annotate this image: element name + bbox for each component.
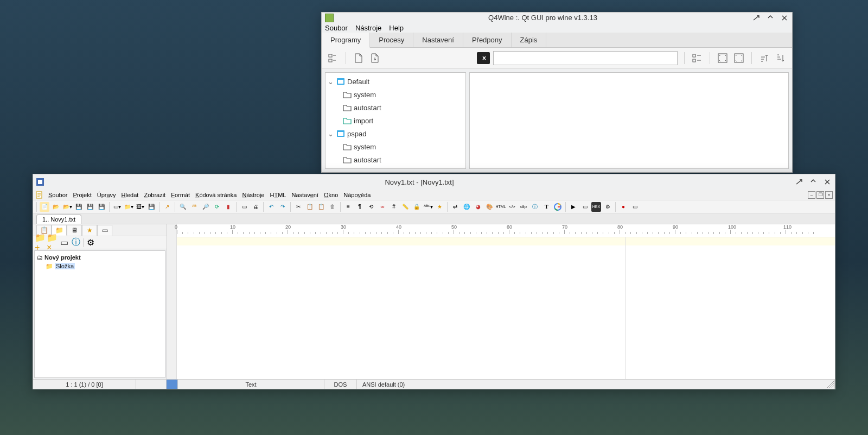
compare-icon[interactable]: ⇄	[450, 202, 460, 212]
menu-html[interactable]: HTML	[270, 192, 286, 198]
tree-node-autostart[interactable]: autostart	[343, 153, 464, 166]
q4wine-titlebar[interactable]: Q4Wine :. Qt GUI pro wine v1.3.13	[322, 12, 792, 23]
redo-icon[interactable]: ↷	[278, 202, 288, 212]
file-tab-novy1[interactable]: 1.. Novy1.txt	[36, 215, 81, 224]
cut-icon[interactable]: ✂	[293, 202, 303, 212]
wrap-icon[interactable]: ⟲	[366, 202, 376, 212]
syntax-icon[interactable]: ∞	[378, 202, 387, 212]
tab-zapis[interactable]: Zápis	[512, 33, 547, 47]
folder-icon[interactable]: 📁▾	[124, 202, 133, 212]
zoom-out-icon[interactable]	[733, 52, 745, 64]
del-folder-icon[interactable]: 📁×	[47, 238, 57, 248]
menu-napoveda[interactable]: Nápověda	[343, 192, 371, 198]
ruler-icon[interactable]: 📏	[400, 202, 410, 212]
tab-procesy[interactable]: Procesy	[370, 33, 413, 47]
menu-okno[interactable]: Okno	[324, 192, 338, 198]
palette-icon[interactable]: 🎨	[484, 202, 494, 212]
project-root[interactable]: 🗂 Nový projekt	[37, 253, 163, 262]
paste-icon[interactable]: 📋	[316, 202, 326, 212]
menu-soubor[interactable]: Soubor	[48, 192, 67, 198]
mdi-close-button[interactable]: ×	[825, 191, 833, 199]
search-input[interactable]	[493, 51, 678, 65]
project-folder[interactable]: 📁 Složka	[46, 262, 163, 270]
close-button[interactable]	[823, 178, 832, 186]
tree-node-default[interactable]: ⌄ Default	[327, 75, 464, 88]
find-files-icon[interactable]: 🔎	[201, 202, 210, 212]
saveall-icon[interactable]: 💾	[85, 202, 95, 212]
run-icon[interactable]: ▶	[569, 202, 578, 212]
menu-kodova-stranka[interactable]: Kódová stránka	[195, 192, 237, 198]
new-doc-icon[interactable]: ▭▾	[112, 202, 122, 212]
info-icon[interactable]: ⓘ	[530, 202, 540, 212]
pspad-titlebar[interactable]: Novy1.txt - [Novy1.txt]	[33, 174, 835, 190]
bookmark-icon[interactable]: ▮	[224, 202, 233, 212]
tab-nastaveni[interactable]: Nastavení	[413, 33, 463, 47]
menu-nastroje[interactable]: Nástroje	[242, 192, 264, 198]
menu-soubor[interactable]: Soubor	[325, 24, 348, 32]
delete-icon[interactable]: 🗑	[328, 202, 337, 212]
close-button[interactable]	[780, 14, 789, 22]
globe-icon[interactable]: 🌐	[462, 202, 471, 212]
menu-upravy[interactable]: Úpravy	[97, 192, 116, 198]
tag-icon[interactable]: </>	[507, 202, 517, 212]
lock-icon[interactable]: 🔒	[412, 202, 422, 212]
undo-icon[interactable]: ↶	[266, 202, 276, 212]
export-file-icon[interactable]	[369, 52, 381, 64]
tree-collapse-icon[interactable]	[327, 52, 339, 64]
status-encoding[interactable]: ANSI default (0)	[357, 380, 835, 389]
google-icon[interactable]	[553, 202, 563, 212]
chevron-down-icon[interactable]: ⌄	[327, 130, 334, 138]
preview-icon[interactable]: ▭	[239, 202, 249, 212]
star-icon[interactable]: ★	[435, 202, 444, 212]
line-num-icon[interactable]: #	[389, 202, 399, 212]
zoom-in-icon[interactable]	[717, 52, 729, 64]
gutter[interactable]	[167, 224, 177, 379]
text-editor[interactable]	[177, 237, 835, 379]
add-folder-icon[interactable]: 📁+	[35, 238, 45, 248]
copy-icon[interactable]: 📋	[305, 202, 315, 212]
tree-node-system[interactable]: system	[343, 140, 464, 153]
save-icon[interactable]: 💾	[74, 202, 84, 212]
search-icon[interactable]: 🔍	[178, 202, 188, 212]
program-list-pane[interactable]	[469, 72, 789, 169]
open-icon[interactable]: 📂	[51, 202, 61, 212]
tree-node-import[interactable]: import	[343, 114, 464, 127]
sidetab-ftp[interactable]: 🖥	[67, 225, 82, 236]
open-dropdown-icon[interactable]: 📂▾	[62, 202, 72, 212]
project-tree[interactable]: 🗂 Nový projekt 📁 Složka	[34, 250, 165, 378]
chevron-down-icon[interactable]: ⌄	[327, 78, 334, 86]
terminal-icon[interactable]: ▭	[580, 202, 590, 212]
minimize-button[interactable]	[752, 14, 761, 22]
maximize-button[interactable]	[809, 178, 818, 186]
prefix-tree[interactable]: ⌄ Default system autostart import ⌄ pspa…	[325, 72, 466, 169]
sort-asc-icon[interactable]	[758, 52, 770, 64]
tree-node-pspad[interactable]: ⌄ pspad	[327, 127, 464, 140]
font-icon[interactable]: 𝐓	[541, 202, 551, 212]
maximize-button[interactable]	[766, 14, 775, 22]
mdi-restore-button[interactable]: ❐	[816, 191, 824, 199]
record-icon[interactable]: ●	[618, 202, 628, 212]
menu-hledat[interactable]: Hledat	[122, 192, 139, 198]
pilcrow-icon[interactable]: ¶	[355, 202, 365, 212]
new-icon[interactable]: 📄	[40, 202, 49, 212]
chart-icon[interactable]: ◕	[473, 202, 483, 212]
settings-icon[interactable]: ⚙	[86, 238, 95, 248]
play-macro-icon[interactable]: ▭	[630, 202, 640, 212]
hex-icon[interactable]: HEX	[591, 202, 601, 212]
status-eol[interactable]: DOS	[324, 380, 357, 389]
minimize-button[interactable]	[795, 178, 803, 186]
tree-node-system[interactable]: system	[343, 88, 464, 101]
saveas-icon[interactable]: 💾	[97, 202, 106, 212]
spell-icon[interactable]: ᴬᴮᶜ▾	[423, 202, 433, 212]
status-mode[interactable]: Text	[178, 380, 324, 389]
tab-predpony[interactable]: Předpony	[463, 33, 512, 47]
status-color-box[interactable]	[167, 380, 178, 389]
menu-projekt[interactable]: Projekt	[73, 192, 91, 198]
print-icon[interactable]: 🖨	[251, 202, 260, 212]
list-view-icon[interactable]	[691, 52, 703, 64]
refresh-icon[interactable]: ⓘ	[71, 238, 81, 248]
disk-icon[interactable]: 💾	[146, 202, 156, 212]
tool-icon[interactable]: ⚙	[603, 202, 612, 212]
html-icon[interactable]: HTML	[496, 202, 506, 212]
sidetab-favorites[interactable]: ★	[82, 225, 97, 236]
